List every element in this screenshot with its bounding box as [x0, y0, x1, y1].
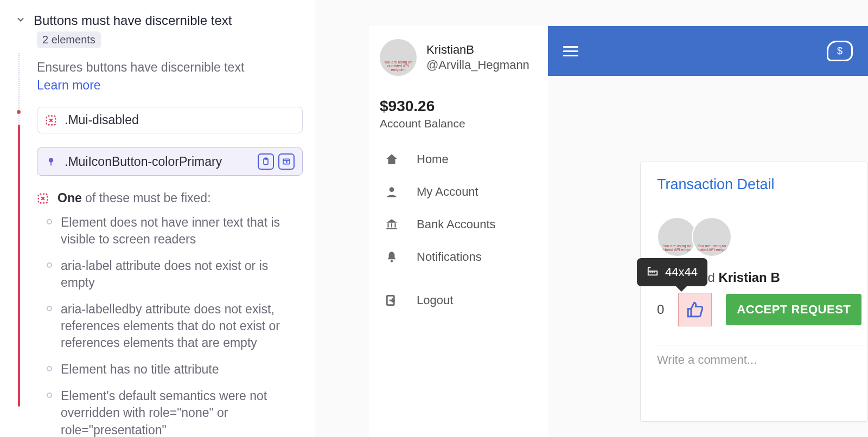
user-handle: @Arvilla_Hegmann	[426, 58, 529, 72]
user-name: KristianB	[426, 43, 529, 57]
fix-item: Element does not have inner text that is…	[47, 214, 308, 248]
ruler-icon	[647, 265, 659, 280]
transaction-avatars: You are using an outdated API endpoint Y…	[657, 217, 867, 257]
selector-item-active[interactable]: .MuiIconButton-colorPrimary	[37, 147, 303, 176]
size-tooltip: 44x44	[637, 258, 707, 286]
person-icon	[384, 184, 399, 200]
selector-item[interactable]: .Mui-disabled	[37, 107, 303, 133]
home-icon	[384, 152, 399, 167]
svg-rect-12	[386, 228, 397, 229]
user-avatar: You are using an outdated API endpoint	[380, 39, 417, 76]
account-balance: $930.26 Account Balance	[380, 98, 537, 130]
comment-input[interactable]	[657, 353, 858, 367]
card-title: Transaction Detail	[657, 176, 867, 193]
balance-amount: $930.26	[380, 98, 537, 115]
issue-description: Ensures buttons have discernible text	[37, 59, 308, 76]
clipboard-icon[interactable]	[258, 153, 274, 170]
bell-icon	[384, 249, 399, 265]
fix-item: aria-label attribute does not exist or i…	[47, 258, 308, 291]
fix-list: Element does not have inner text that is…	[47, 214, 308, 437]
nav-logout[interactable]: Logout	[380, 284, 537, 317]
tooltip-text: 44x44	[665, 265, 698, 279]
user-row[interactable]: You are using an outdated API endpoint K…	[380, 39, 537, 76]
logout-icon	[384, 293, 399, 308]
error-icon	[45, 114, 57, 126]
svg-rect-11	[394, 223, 395, 228]
selector-text: .Mui-disabled	[65, 113, 139, 127]
pin-icon	[45, 156, 57, 168]
app-topbar	[548, 26, 868, 76]
svg-point-1	[49, 158, 53, 162]
chevron-down-icon[interactable]	[15, 14, 26, 28]
nav-home[interactable]: Home	[380, 143, 537, 176]
balance-label: Account Balance	[380, 117, 537, 130]
nav-my-account[interactable]: My Account	[380, 176, 537, 208]
nav-notifications[interactable]: Notifications	[380, 241, 537, 273]
like-button[interactable]	[678, 293, 712, 326]
fix-heading-rest: of these must be fixed:	[82, 191, 211, 205]
svg-point-13	[391, 260, 393, 262]
learn-more-link[interactable]: Learn more	[37, 78, 308, 93]
avatar: You are using an outdated API endpoint	[657, 217, 697, 257]
fix-heading-bold: One	[58, 191, 82, 205]
open-panel-icon[interactable]	[278, 153, 295, 170]
app-preview: You are using an outdated API endpoint K…	[369, 26, 868, 437]
svg-rect-2	[50, 162, 52, 166]
app-sidebar: You are using an outdated API endpoint K…	[369, 26, 548, 437]
elements-count-badge: 2 elements	[37, 31, 101, 48]
nav-bank-accounts[interactable]: Bank Accounts	[380, 208, 537, 241]
timeline-indicator	[18, 53, 20, 411]
transaction-card: Transaction Detail You are using an outd…	[640, 162, 868, 422]
accept-request-button[interactable]: ACCEPT REQUEST	[726, 294, 861, 325]
accessibility-audit-panel: Buttons must have discernible text 2 ele…	[0, 0, 315, 437]
selector-text: .MuiIconButton-colorPrimary	[65, 155, 222, 169]
bank-icon	[384, 217, 399, 232]
like-count: 0	[657, 302, 664, 317]
fix-item: Element has no title attribute	[47, 361, 308, 378]
fix-item: Element's default semantics were not ove…	[47, 388, 308, 437]
fix-heading: One of these must be fixed:	[37, 191, 308, 205]
menu-icon[interactable]	[563, 46, 578, 56]
error-icon	[37, 192, 49, 204]
issue-title: Buttons must have discernible text	[34, 13, 232, 28]
svg-rect-10	[391, 223, 392, 228]
fix-item: aria-labelledby attribute does not exist…	[47, 301, 308, 351]
app-logo	[827, 41, 853, 61]
avatar: You are using an outdated API endpoint	[692, 217, 732, 257]
svg-point-8	[390, 187, 394, 192]
svg-rect-9	[387, 223, 388, 228]
